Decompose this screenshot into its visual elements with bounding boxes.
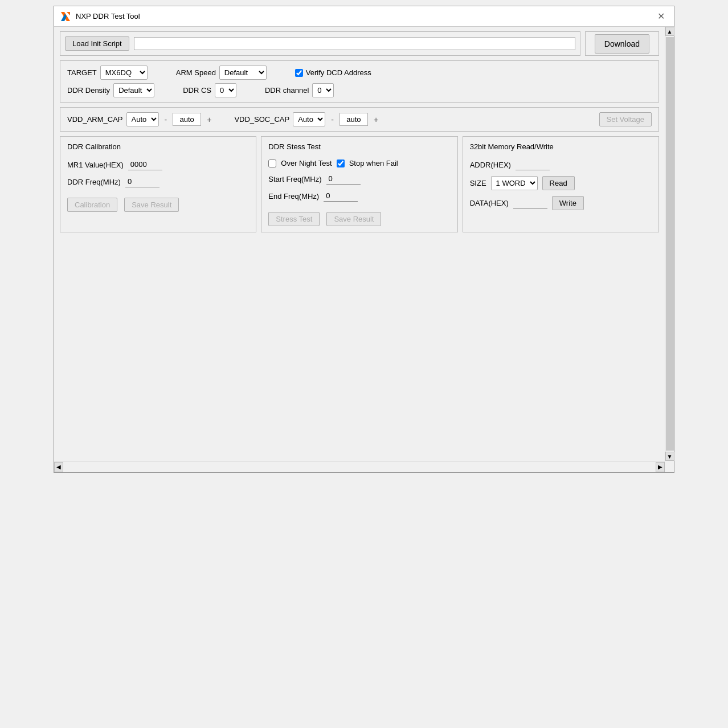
stress-test-title: DDR Stess Test [268, 142, 450, 151]
load-script-panel: Load Init Script [60, 31, 580, 56]
window-title: NXP DDR Test Tool [76, 12, 140, 21]
target-settings-panel: TARGET MX6DQ MX6SDL MX6SX ARM Speed Defa… [60, 60, 659, 103]
verify-dcd-checkbox[interactable] [295, 69, 303, 77]
settings-row-1: TARGET MX6DQ MX6SDL MX6SX ARM Speed Defa… [67, 66, 652, 80]
vdd-arm-label: VDD_ARM_CAP [67, 115, 123, 124]
start-freq-field: Start Freq(MHz) [268, 173, 450, 185]
stress-test-buttons: Stress Test Save Result [268, 212, 450, 226]
read-button[interactable]: Read [542, 176, 575, 190]
vdd-soc-label: VDD_SOC_CAP [234, 115, 289, 124]
scroll-up-button[interactable]: ▲ [665, 27, 674, 36]
size-select[interactable]: 1 WORD 2 WORD 4 WORD 8 WORD [491, 176, 538, 190]
title-bar: NXP DDR Test Tool ✕ [54, 6, 674, 27]
vdd-soc-plus-button[interactable]: + [371, 114, 381, 125]
calibration-title: DDR Calibration [67, 142, 249, 151]
verify-dcd-label: Verify DCD Address [306, 68, 371, 77]
ddr-density-select[interactable]: Default 256MB 512MB [113, 83, 154, 97]
vdd-soc-group: VDD_SOC_CAP Auto 0.9V 1.0V - auto + [234, 112, 381, 126]
memory-rw-panel: 32bit Memory Read/Write ADDR(HEX) SIZE 1… [463, 136, 659, 232]
ddr-freq-field: DDR Freq(MHz) [67, 176, 249, 187]
addr-field: ADDR(HEX) [470, 159, 652, 170]
ddr-density-label: DDR Density [67, 86, 110, 95]
over-night-checkbox[interactable] [268, 159, 276, 167]
stress-save-result-button[interactable]: Save Result [326, 212, 381, 226]
data-field: DATA(HEX) Write [470, 196, 652, 210]
ddr-stress-test-panel: DDR Stess Test Over Night Test Stop when… [261, 136, 457, 232]
memory-rw-title: 32bit Memory Read/Write [470, 142, 652, 151]
target-label: TARGET [67, 68, 97, 77]
end-freq-label: End Freq(MHz) [268, 192, 319, 201]
scroll-thumb[interactable] [666, 37, 674, 451]
arm-speed-label: ARM Speed [176, 68, 216, 77]
download-panel: Download [585, 31, 659, 56]
ddr-cs-field: DDR CS 0 1 [183, 83, 236, 97]
calibration-save-result-button[interactable]: Save Result [124, 198, 179, 212]
data-input[interactable] [513, 198, 547, 209]
scroll-right-button[interactable]: ▶ [656, 462, 665, 472]
ddr-channel-select[interactable]: 0 1 [312, 83, 334, 97]
row1-section: Load Init Script Download [60, 31, 659, 56]
bottom-panels: DDR Calibration MR1 Value(HEX) DDR Freq(… [60, 136, 659, 232]
close-button[interactable]: ✕ [654, 10, 668, 23]
vdd-soc-value: auto [340, 113, 368, 126]
main-window: NXP DDR Test Tool ✕ Load Init Script Dow… [54, 6, 674, 473]
scroll-left-button[interactable]: ◀ [54, 462, 63, 472]
target-select[interactable]: MX6DQ MX6SDL MX6SX [100, 66, 148, 80]
data-label: DATA(HEX) [470, 199, 509, 207]
ddr-channel-field: DDR channel 0 1 [265, 83, 334, 97]
voltage-panel: VDD_ARM_CAP Auto 0.9V 1.0V - auto + VDD_… [60, 107, 659, 132]
download-button[interactable]: Download [595, 34, 649, 54]
addr-label: ADDR(HEX) [470, 161, 511, 169]
calibration-button[interactable]: Calibration [67, 198, 117, 212]
start-freq-input[interactable] [326, 173, 361, 185]
vdd-arm-group: VDD_ARM_CAP Auto 0.9V 1.0V - auto + [67, 112, 214, 126]
ddr-cs-select[interactable]: 0 1 [215, 83, 236, 97]
ddr-density-field: DDR Density Default 256MB 512MB [67, 83, 154, 97]
vdd-soc-minus-button[interactable]: - [329, 114, 336, 125]
vdd-arm-value: auto [173, 113, 201, 126]
end-freq-field: End Freq(MHz) [268, 190, 450, 202]
stress-options: Over Night Test Stop when Fail [268, 159, 450, 167]
verify-dcd-field: Verify DCD Address [295, 68, 371, 77]
calibration-buttons: Calibration Save Result [67, 198, 249, 212]
vdd-arm-plus-button[interactable]: + [205, 114, 214, 125]
size-label: SIZE [470, 179, 486, 187]
mr1-input[interactable] [128, 159, 162, 170]
stress-test-button[interactable]: Stress Test [268, 212, 320, 226]
set-voltage-button[interactable]: Set Voltage [599, 112, 652, 126]
ddr-calibration-panel: DDR Calibration MR1 Value(HEX) DDR Freq(… [60, 136, 256, 232]
nxp-logo-icon [60, 11, 71, 22]
over-night-label: Over Night Test [281, 159, 332, 167]
settings-row-2: DDR Density Default 256MB 512MB DDR CS 0… [67, 83, 652, 97]
vertical-scrollbar[interactable]: ▲ ▼ [665, 27, 674, 461]
mr1-label: MR1 Value(HEX) [67, 161, 124, 169]
arm-speed-field: ARM Speed Default 396 MHz 528 MHz [176, 66, 267, 80]
script-path-input[interactable] [134, 37, 575, 50]
ddr-channel-label: DDR channel [265, 86, 309, 95]
vdd-arm-minus-button[interactable]: - [162, 114, 170, 125]
target-field: TARGET MX6DQ MX6SDL MX6SX [67, 66, 148, 80]
main-content: Load Init Script Download TARGET MX6DQ M… [54, 27, 674, 237]
load-init-script-button[interactable]: Load Init Script [65, 36, 129, 51]
addr-input[interactable] [516, 159, 550, 170]
start-freq-label: Start Freq(MHz) [268, 175, 321, 183]
stop-when-fail-checkbox[interactable] [337, 159, 345, 167]
arm-speed-select[interactable]: Default 396 MHz 528 MHz [219, 66, 267, 80]
vdd-soc-select[interactable]: Auto 0.9V 1.0V [293, 112, 325, 126]
horizontal-scrollbar[interactable]: ◀ ▶ [54, 461, 665, 472]
ddr-freq-input[interactable] [125, 176, 159, 187]
write-button[interactable]: Write [552, 196, 584, 210]
size-field: SIZE 1 WORD 2 WORD 4 WORD 8 WORD Read [470, 176, 652, 190]
ddr-cs-label: DDR CS [183, 86, 211, 95]
title-bar-left: NXP DDR Test Tool [60, 11, 140, 22]
ddr-freq-label: DDR Freq(MHz) [67, 178, 121, 186]
end-freq-input[interactable] [324, 190, 358, 202]
vdd-arm-select[interactable]: Auto 0.9V 1.0V [126, 112, 159, 126]
scroll-down-button[interactable]: ▼ [665, 452, 674, 461]
mr1-field: MR1 Value(HEX) [67, 159, 249, 170]
stop-when-fail-label: Stop when Fail [349, 159, 398, 167]
